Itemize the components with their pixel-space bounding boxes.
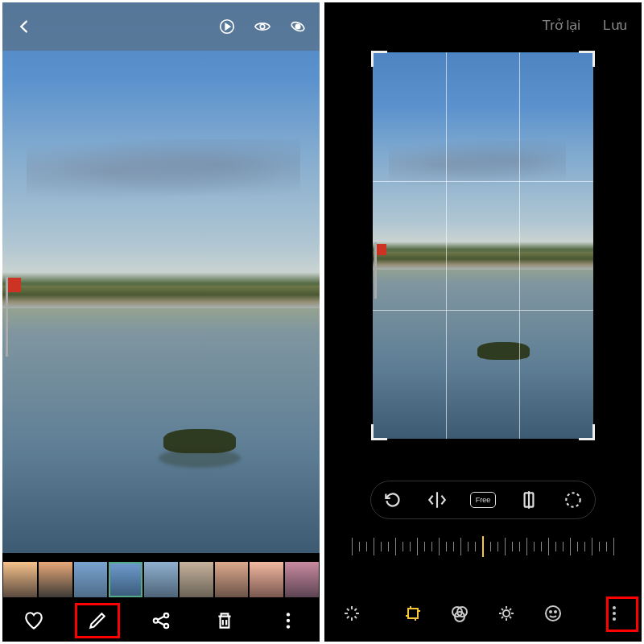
- photo-cloud: [27, 139, 300, 204]
- back-button[interactable]: Trở lại: [542, 17, 580, 34]
- thumbnail[interactable]: [39, 562, 72, 597]
- photo-shoreline: [2, 286, 320, 308]
- back-button[interactable]: [15, 18, 33, 35]
- ruler-tick: [366, 542, 367, 551]
- thumbnail[interactable]: [250, 562, 283, 597]
- favorite-icon[interactable]: [23, 610, 44, 631]
- ruler-tick: [395, 538, 396, 555]
- transform-icon[interactable]: [403, 604, 423, 623]
- thumbnail[interactable]: [3, 562, 37, 597]
- ruler-tick: [541, 542, 542, 551]
- crop-handle-tr[interactable]: [579, 51, 595, 67]
- perspective-icon[interactable]: [518, 489, 539, 510]
- auto-icon[interactable]: [342, 604, 361, 623]
- svg-point-22: [613, 617, 616, 621]
- svg-point-20: [613, 606, 616, 609]
- dynamic-view-icon[interactable]: [289, 18, 307, 35]
- svg-point-1: [260, 24, 265, 29]
- ruler-tick: [359, 542, 360, 551]
- visibility-icon[interactable]: [254, 18, 271, 35]
- thumbnail-strip[interactable]: [2, 559, 320, 600]
- ruler-tick: [352, 538, 353, 555]
- svg-point-3: [295, 24, 300, 29]
- ruler-tick: [548, 538, 549, 555]
- rotate-icon[interactable]: [382, 489, 403, 510]
- lasso-icon[interactable]: [563, 489, 584, 510]
- ruler-tick: [526, 538, 527, 555]
- aspect-free-icon[interactable]: Free: [470, 492, 496, 508]
- share-icon[interactable]: [151, 610, 171, 631]
- edit-icon[interactable]: [87, 610, 108, 631]
- photo-editor-screen: Trở lại Lưu Free: [324, 2, 642, 642]
- crop-frame[interactable]: [373, 52, 593, 439]
- svg-point-16: [503, 610, 510, 617]
- grid-line: [446, 52, 447, 439]
- ruler-tick: [460, 538, 461, 555]
- ruler-tick: [519, 542, 520, 551]
- flip-icon[interactable]: [427, 489, 448, 510]
- grid-line: [373, 181, 593, 182]
- rotation-ruler[interactable]: [341, 530, 625, 563]
- filters-icon[interactable]: [450, 604, 469, 623]
- ruler-tick: [381, 542, 382, 551]
- ruler-tick: [468, 542, 469, 551]
- ruler-tick: [599, 542, 600, 551]
- aspect-free-label: Free: [476, 496, 491, 504]
- viewer-top-bar: [2, 2, 320, 51]
- ruler-tick: [512, 542, 513, 551]
- svg-point-19: [555, 611, 556, 613]
- crop-tool-pill: Free: [370, 481, 596, 519]
- ruler-tick: [410, 542, 411, 551]
- ruler-tick: [482, 536, 484, 557]
- more-icon[interactable]: [278, 610, 299, 631]
- thumbnail[interactable]: [144, 562, 178, 597]
- ruler-tick: [446, 542, 447, 551]
- crop-handle-bl[interactable]: [371, 424, 387, 440]
- svg-point-17: [546, 606, 560, 621]
- ruler-tick: [613, 538, 614, 555]
- stickers-icon[interactable]: [543, 604, 563, 623]
- save-button[interactable]: Lưu: [603, 17, 627, 34]
- delete-icon[interactable]: [214, 610, 235, 631]
- thumbnail[interactable]: [215, 562, 249, 597]
- crop-shore: [373, 252, 593, 270]
- thumbnail[interactable]: [285, 562, 319, 597]
- ruler-tick: [577, 542, 578, 551]
- ruler-tick: [584, 542, 585, 551]
- ruler-tick: [402, 542, 403, 551]
- svg-point-11: [566, 493, 580, 506]
- crop-cloud: [389, 141, 566, 189]
- ruler-tick: [570, 538, 571, 555]
- ruler-tick: [490, 542, 491, 551]
- crop-island: [477, 342, 530, 360]
- adjust-icon[interactable]: [497, 604, 516, 623]
- ruler-tick: [374, 538, 374, 555]
- photo-main[interactable]: [2, 2, 320, 553]
- ruler-tick: [388, 542, 389, 551]
- ruler-tick: [563, 542, 564, 551]
- svg-point-21: [613, 612, 616, 615]
- ruler-tick: [555, 542, 556, 551]
- crop-handle-tl[interactable]: [371, 51, 387, 67]
- grid-line: [373, 310, 593, 311]
- crop-handle-br[interactable]: [579, 424, 595, 440]
- more-icon[interactable]: [605, 604, 624, 623]
- editor-top-bar: Trở lại Lưu: [324, 2, 642, 47]
- ruler-tick: [431, 542, 432, 551]
- thumbnail[interactable]: [180, 562, 213, 597]
- thumbnail[interactable]: [74, 562, 108, 597]
- motion-photo-icon[interactable]: [218, 18, 236, 35]
- ruler-tick: [606, 542, 607, 551]
- viewer-bottom-bar: [2, 600, 320, 642]
- thumbnail[interactable]: [109, 562, 142, 597]
- ruler-tick: [534, 542, 535, 551]
- editor-bottom-bar: [324, 585, 642, 642]
- ruler-tick: [417, 538, 418, 555]
- photo-flag: [8, 278, 21, 292]
- ruler-tick: [439, 538, 440, 555]
- svg-rect-12: [408, 609, 418, 618]
- ruler-tick: [453, 542, 454, 551]
- ruler-tick: [475, 542, 476, 551]
- crop-flag: [374, 242, 377, 299]
- photo-viewer-screen: [2, 2, 320, 642]
